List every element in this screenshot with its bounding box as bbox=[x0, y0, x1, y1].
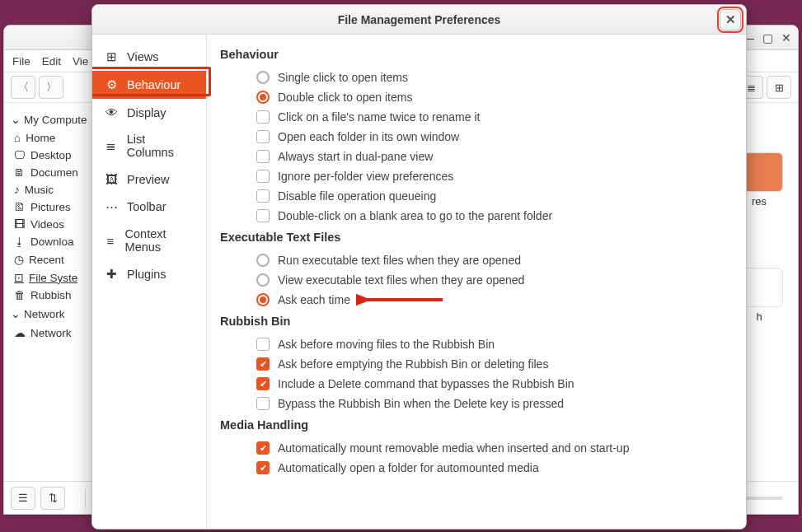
opt-label: Bypass the Rubbish Bin when the Delete k… bbox=[278, 397, 564, 410]
sidebar-item-videos[interactable]: 🎞Videos bbox=[7, 216, 91, 233]
checkbox-icon bbox=[256, 130, 270, 143]
nav-behaviour[interactable]: ⚙Behaviour bbox=[92, 71, 206, 99]
opt-dual-pane[interactable]: Always start in dual-pane view bbox=[220, 147, 733, 166]
opt-label: Run executable text files when they are … bbox=[278, 254, 521, 267]
sidebar-header-network[interactable]: ⌄Network bbox=[7, 304, 91, 324]
opt-click-rename[interactable]: Click on a file's name twice to rename i… bbox=[220, 107, 733, 127]
status-tree-button[interactable]: ⇅ bbox=[40, 487, 65, 510]
opt-rub-ask-move[interactable]: Ask before moving files to the Rubbish B… bbox=[220, 334, 733, 354]
close-icon[interactable]: ✕ bbox=[781, 31, 791, 44]
opt-label: Double click to open items bbox=[278, 91, 412, 104]
opt-rub-bypass[interactable]: Bypass the Rubbish Bin when the Delete k… bbox=[220, 394, 733, 413]
opt-label: Open each folder in its own window bbox=[278, 130, 459, 143]
menu-icon: ≡ bbox=[104, 234, 117, 248]
radio-icon bbox=[256, 91, 270, 104]
sidebar-item-documents[interactable]: 🗎Documen bbox=[7, 164, 91, 181]
network-icon: ☁ bbox=[14, 326, 26, 339]
opt-label: Automatically mount removable media when… bbox=[278, 441, 629, 455]
menu-file[interactable]: File bbox=[12, 55, 30, 68]
sidebar-item-network[interactable]: ☁Network bbox=[7, 324, 91, 342]
sidebar-item-downloads[interactable]: ⭳Downloa bbox=[7, 233, 91, 250]
section-exec-title: Executable Text Files bbox=[220, 231, 733, 244]
opt-blank-parent[interactable]: Double-click on a blank area to go to th… bbox=[220, 206, 733, 226]
sidebar-item-pictures[interactable]: 🖻Pictures bbox=[7, 198, 91, 216]
maximize-icon[interactable]: ▢ bbox=[762, 31, 773, 44]
sidebar-item-home[interactable]: ⌂Home bbox=[7, 129, 91, 147]
sidebar-item-rubbish[interactable]: 🗑Rubbish bbox=[7, 287, 91, 304]
opt-media-autoopen[interactable]: Automatically open a folder for automoun… bbox=[220, 458, 733, 478]
sidebar-item-filesystem[interactable]: ⊡File Syste bbox=[7, 268, 91, 287]
close-button[interactable]: ✕ bbox=[720, 9, 741, 30]
nav-views[interactable]: ⊞Views bbox=[92, 43, 206, 71]
desktop-icon: 🖵 bbox=[14, 149, 26, 161]
checkbox-icon bbox=[256, 170, 270, 183]
pictures-icon: 🖻 bbox=[14, 201, 26, 213]
download-icon: ⭳ bbox=[14, 236, 26, 248]
menu-view[interactable]: Vie bbox=[73, 55, 88, 68]
section-media-title: Media Handling bbox=[220, 418, 733, 432]
opt-double-click[interactable]: Double click to open items bbox=[220, 87, 733, 107]
opt-single-click[interactable]: Single click to open items bbox=[220, 68, 733, 87]
opt-label: Automatically open a folder for automoun… bbox=[278, 461, 539, 474]
nav-list-columns[interactable]: ≣List Columns bbox=[92, 126, 206, 166]
opt-media-automount[interactable]: Automatically mount removable media when… bbox=[220, 438, 733, 458]
nav-label: Plugins bbox=[127, 268, 166, 281]
image-icon: 🖼 bbox=[104, 172, 119, 186]
dialog-content: Behaviour Single click to open items Dou… bbox=[207, 35, 746, 529]
sidebar-item-music[interactable]: ♪Music bbox=[7, 181, 91, 198]
opt-label: Double-click on a blank area to go to th… bbox=[278, 209, 552, 222]
checkbox-icon bbox=[256, 150, 270, 163]
opt-label: Single click to open items bbox=[278, 71, 408, 84]
menu-edit[interactable]: Edit bbox=[42, 55, 61, 68]
opt-label: Always start in dual-pane view bbox=[278, 150, 433, 163]
nav-label: List Columns bbox=[127, 133, 195, 159]
opt-own-window[interactable]: Open each folder in its own window bbox=[220, 127, 733, 147]
opt-rub-ask-empty[interactable]: Ask before emptying the Rubbish Bin or d… bbox=[220, 354, 733, 374]
nav-label: Toolbar bbox=[127, 200, 166, 213]
checkbox-icon bbox=[256, 441, 270, 455]
radio-icon bbox=[256, 254, 270, 267]
opt-exec-run[interactable]: Run executable text files when they are … bbox=[220, 250, 733, 270]
dialog-titlebar: File Management Preferences ✕ bbox=[92, 5, 746, 35]
opt-exec-view[interactable]: View executable text files when they are… bbox=[220, 270, 733, 290]
back-button[interactable]: 〈 bbox=[11, 76, 35, 99]
checkbox-icon bbox=[256, 461, 270, 474]
folder-label: res bbox=[752, 195, 767, 208]
nav-context-menus[interactable]: ≡Context Menus bbox=[92, 221, 206, 260]
sidebar-item-desktop[interactable]: 🖵Desktop bbox=[7, 147, 91, 164]
folder-label: h bbox=[756, 310, 762, 323]
dialog-nav: ⊞Views ⚙Behaviour 👁Display ≣List Columns… bbox=[92, 35, 207, 529]
nav-plugins[interactable]: ✚Plugins bbox=[92, 260, 206, 288]
nav-label: Views bbox=[127, 50, 158, 63]
annotation-arrow-icon bbox=[356, 292, 447, 308]
sidebar-header-computer[interactable]: ⌄My Compute bbox=[7, 110, 91, 129]
opt-label: Ask before emptying the Rubbish Bin or d… bbox=[278, 357, 548, 371]
plugin-icon: ✚ bbox=[104, 267, 119, 282]
opt-label: Include a Delete command that bypasses t… bbox=[278, 377, 575, 390]
opt-ignore-view[interactable]: Ignore per-folder view preferences bbox=[220, 166, 733, 186]
nav-preview[interactable]: 🖼Preview bbox=[92, 166, 206, 193]
view-grid-button[interactable]: ⊞ bbox=[767, 76, 791, 99]
opt-rub-delete-cmd[interactable]: Include a Delete command that bypasses t… bbox=[220, 374, 733, 394]
chevron-down-icon: ⌄ bbox=[11, 307, 21, 320]
videos-icon: 🎞 bbox=[14, 218, 26, 231]
checkbox-icon bbox=[256, 209, 270, 222]
opt-label: Disable file operation queueing bbox=[278, 189, 436, 203]
nav-display[interactable]: 👁Display bbox=[92, 99, 206, 126]
bg-sidebar: ⌄My Compute ⌂Home 🖵Desktop 🗎Documen ♪Mus… bbox=[4, 103, 95, 481]
dialog-title: File Management Preferences bbox=[338, 13, 501, 26]
chevron-down-icon: ⌄ bbox=[11, 113, 21, 126]
status-places-button[interactable]: ☰ bbox=[11, 487, 35, 510]
section-rubbish-title: Rubbish Bin bbox=[220, 315, 733, 328]
home-icon: ⌂ bbox=[14, 132, 21, 144]
nav-label: Display bbox=[127, 106, 166, 119]
nav-toolbar[interactable]: ⋯Toolbar bbox=[92, 193, 206, 221]
opt-exec-ask[interactable]: Ask each time bbox=[220, 290, 733, 310]
forward-button[interactable]: 〉 bbox=[39, 76, 63, 99]
section-behaviour-title: Behaviour bbox=[220, 48, 733, 61]
opt-label: Click on a file's name twice to rename i… bbox=[278, 110, 480, 124]
opt-disable-queue[interactable]: Disable file operation queueing bbox=[220, 186, 733, 206]
sidebar-item-recent[interactable]: ◷Recent bbox=[7, 250, 91, 268]
checkbox-icon bbox=[256, 338, 270, 351]
checkbox-icon bbox=[256, 189, 270, 203]
